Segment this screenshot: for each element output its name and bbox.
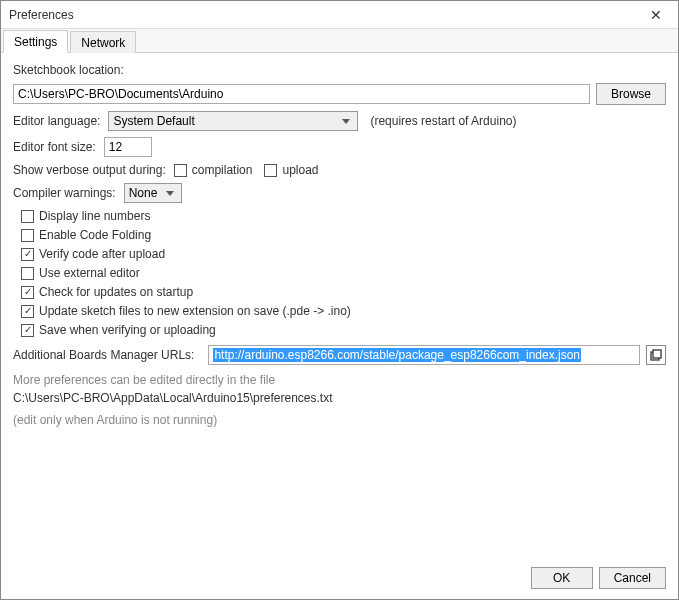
- compilation-label: compilation: [192, 163, 253, 177]
- tab-network[interactable]: Network: [70, 31, 136, 53]
- option-label: Update sketch files to new extension on …: [39, 304, 351, 318]
- option-label: Use external editor: [39, 266, 140, 280]
- upload-checkbox[interactable]: [264, 164, 277, 177]
- option-checkbox[interactable]: [21, 248, 34, 261]
- urls-label: Additional Boards Manager URLs:: [13, 348, 194, 362]
- option-checkbox[interactable]: [21, 210, 34, 223]
- option-label: Enable Code Folding: [39, 228, 151, 242]
- option-checkbox[interactable]: [21, 229, 34, 242]
- upload-label: upload: [282, 163, 318, 177]
- verbose-label: Show verbose output during:: [13, 163, 166, 177]
- urls-input[interactable]: http://arduino.esp8266.com/stable/packag…: [208, 345, 640, 365]
- option-checkbox[interactable]: [21, 324, 34, 337]
- tabs: Settings Network: [1, 29, 678, 53]
- fontsize-label: Editor font size:: [13, 140, 96, 154]
- footer-note1: More preferences can be edited directly …: [13, 373, 666, 387]
- close-icon[interactable]: ✕: [642, 3, 670, 27]
- ok-button[interactable]: OK: [531, 567, 593, 589]
- option-label: Save when verifying or uploading: [39, 323, 216, 337]
- settings-panel: Sketchbook location: Browse Editor langu…: [1, 53, 678, 437]
- sketchbook-label: Sketchbook location:: [13, 63, 124, 77]
- sketchbook-input[interactable]: [13, 84, 590, 104]
- svg-rect-1: [653, 350, 661, 358]
- warnings-select[interactable]: None: [124, 183, 182, 203]
- language-select[interactable]: System Default: [108, 111, 358, 131]
- browse-button[interactable]: Browse: [596, 83, 666, 105]
- compilation-checkbox[interactable]: [174, 164, 187, 177]
- option-label: Display line numbers: [39, 209, 150, 223]
- option-checkbox[interactable]: [21, 286, 34, 299]
- language-hint: (requires restart of Arduino): [370, 114, 516, 128]
- option-label: Check for updates on startup: [39, 285, 193, 299]
- warnings-label: Compiler warnings:: [13, 186, 116, 200]
- urls-expand-icon[interactable]: [646, 345, 666, 365]
- window-title: Preferences: [9, 8, 642, 22]
- dialog-buttons: OK Cancel: [531, 567, 666, 589]
- cancel-button[interactable]: Cancel: [599, 567, 666, 589]
- footer-note2: (edit only when Arduino is not running): [13, 413, 666, 427]
- titlebar: Preferences ✕: [1, 1, 678, 29]
- option-label: Verify code after upload: [39, 247, 165, 261]
- option-checkbox[interactable]: [21, 305, 34, 318]
- option-checkbox[interactable]: [21, 267, 34, 280]
- footer-path: C:\Users\PC-BRO\AppData\Local\Arduino15\…: [13, 391, 666, 405]
- language-label: Editor language:: [13, 114, 100, 128]
- options-list: Display line numbersEnable Code FoldingV…: [21, 209, 666, 337]
- fontsize-input[interactable]: [104, 137, 152, 157]
- tab-settings[interactable]: Settings: [3, 30, 68, 53]
